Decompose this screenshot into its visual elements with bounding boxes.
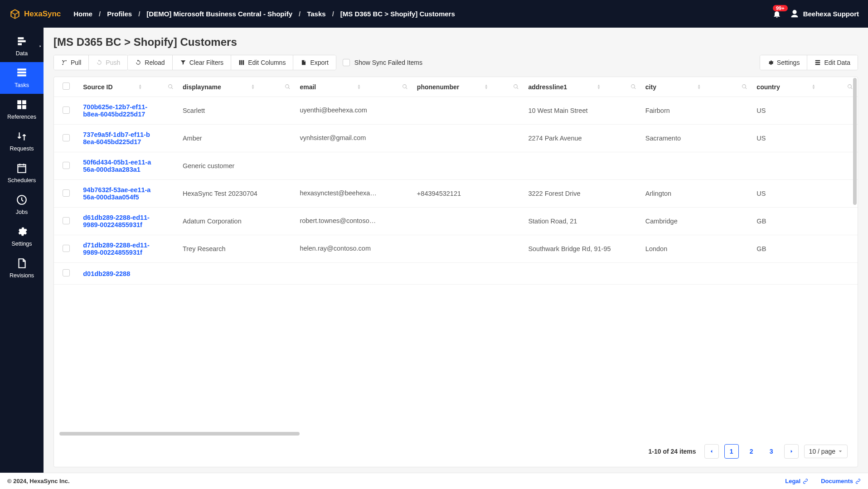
breadcrumb-tasks[interactable]: Tasks (307, 10, 325, 18)
cell-country: GB (752, 235, 858, 263)
row-checkbox[interactable] (63, 162, 70, 169)
next-page-button[interactable] (784, 444, 799, 459)
sort-icon[interactable]: ▲▼ (812, 84, 815, 90)
col-country[interactable]: country (756, 83, 780, 91)
cell-country: US (752, 125, 858, 152)
documents-link[interactable]: Documents (821, 478, 861, 484)
row-checkbox[interactable] (63, 269, 70, 276)
show-sync-failed-toggle[interactable]: Show Sync Failed Items (343, 59, 422, 66)
sidebar-item-schedulers[interactable]: Schedulers (0, 157, 44, 189)
source-id-link[interactable]: d01db289-2288 (83, 270, 130, 277)
prev-page-button[interactable] (704, 444, 719, 459)
breadcrumb-profiles[interactable]: Profiles (107, 10, 132, 18)
header: HexaSync Home / Profiles / [DEMO] Micros… (0, 0, 868, 28)
search-icon[interactable] (742, 84, 747, 90)
cell-displayname: Scarlett (178, 97, 295, 125)
row-checkbox[interactable] (63, 107, 70, 114)
table-row[interactable]: d01db289-2288 (54, 263, 858, 285)
cell-city: Fairborn (641, 97, 752, 125)
table-row[interactable]: 737e9a5f-1db7-ef11-b8ea-6045bd225d17 Amb… (54, 125, 858, 152)
breadcrumb-home[interactable]: Home (73, 10, 92, 18)
table-row[interactable]: 50f6d434-05b1-ee11-a56a-000d3aa283a1 Gen… (54, 152, 858, 180)
sort-icon[interactable]: ▲▼ (597, 84, 601, 90)
col-city[interactable]: city (645, 83, 656, 91)
cell-email: robert.townes@contoso.c… (295, 208, 412, 235)
sidebar-item-data[interactable]: Data (0, 30, 44, 62)
user-menu[interactable]: Beehexa Support (790, 9, 859, 19)
sidebar-item-requests[interactable]: Requests (0, 126, 44, 157)
search-icon[interactable] (168, 84, 174, 90)
reload-button[interactable]: Reload (128, 55, 172, 70)
table-row[interactable]: d71db289-2288-ed11-9989-00224855931f Tre… (54, 235, 858, 263)
page-3-button[interactable]: 3 (764, 444, 779, 459)
row-checkbox[interactable] (63, 217, 70, 224)
edit-columns-button[interactable]: Edit Columns (231, 55, 293, 70)
sidebar-item-references[interactable]: References (0, 94, 44, 126)
document-icon (15, 257, 28, 270)
breadcrumb-current[interactable]: [MS D365 BC > Shopify] Customers (340, 10, 455, 18)
sort-icon[interactable]: ▲▼ (138, 84, 142, 90)
breadcrumb-profile[interactable]: [DEMO] Microsoft Business Central - Shop… (146, 10, 292, 18)
search-icon[interactable] (402, 84, 408, 90)
search-icon[interactable] (513, 84, 519, 90)
cell-displayname: HexaSync Test 20230704 (178, 180, 295, 208)
page-1-button[interactable]: 1 (724, 444, 739, 459)
sidebar-item-jobs[interactable]: Jobs (0, 189, 44, 221)
table-row[interactable]: d61db289-2288-ed11-9989-00224855931f Ada… (54, 208, 858, 235)
sidebar-item-tasks[interactable]: Tasks (0, 62, 44, 94)
tasks-icon (15, 67, 28, 79)
select-all-checkbox[interactable] (63, 82, 70, 90)
source-id-link[interactable]: d71db289-2288-ed11-9989-00224855931f (83, 242, 151, 256)
search-icon[interactable] (285, 84, 291, 90)
horizontal-scrollbar[interactable] (59, 432, 300, 436)
source-id-link[interactable]: 50f6d434-05b1-ee11-a56a-000d3aa283a1 (83, 159, 151, 173)
logo[interactable]: HexaSync (9, 8, 61, 20)
sidebar-item-revisions[interactable]: Revisions (0, 252, 44, 284)
cell-email: uyenthi@beehexa.com (295, 97, 412, 125)
source-id-link[interactable]: d61db289-2288-ed11-9989-00224855931f (83, 214, 151, 228)
table-row[interactable]: 94b7632f-53ae-ee11-a56a-000d3aa054f5 Hex… (54, 180, 858, 208)
col-phonenumber[interactable]: phonenumber (417, 83, 459, 91)
sort-icon[interactable]: ▲▼ (357, 84, 361, 90)
col-email[interactable]: email (300, 83, 316, 91)
row-checkbox[interactable] (63, 134, 70, 141)
clear-filters-button[interactable]: Clear Filters (173, 55, 231, 70)
cell-city (641, 152, 752, 180)
logo-icon (9, 8, 21, 20)
edit-data-button[interactable]: Edit Data (807, 55, 858, 70)
export-button[interactable]: Export (293, 55, 335, 70)
sidebar-item-settings[interactable]: Settings (0, 221, 44, 252)
source-id-link[interactable]: 700b625e-12b7-ef11-b8ea-6045bd225d17 (83, 103, 151, 118)
col-addressline1[interactable]: addressline1 (528, 83, 567, 91)
pull-button[interactable]: Pull (54, 55, 89, 70)
settings-button[interactable]: Settings (760, 55, 808, 70)
col-displayname[interactable]: displayname (183, 83, 221, 91)
logo-text: HexaSync (24, 10, 61, 19)
sort-icon[interactable]: ▲▼ (485, 84, 488, 90)
cell-phonenumber: +84394532121 (412, 180, 524, 208)
sort-icon[interactable]: ▲▼ (251, 84, 255, 90)
source-id-link[interactable]: 737e9a5f-1db7-ef11-b8ea-6045bd225d17 (83, 131, 151, 145)
cell-phonenumber (412, 235, 524, 263)
page-2-button[interactable]: 2 (744, 444, 759, 459)
legal-link[interactable]: Legal (785, 478, 808, 484)
cell-email (295, 152, 412, 180)
search-icon[interactable] (630, 84, 636, 90)
vertical-scrollbar[interactable] (853, 78, 857, 205)
col-source-id[interactable]: Source ID (83, 83, 112, 91)
row-checkbox[interactable] (63, 189, 70, 197)
cell-phonenumber (412, 125, 524, 152)
cell-country: GB (752, 208, 858, 235)
edit-icon (815, 59, 821, 66)
sort-icon[interactable]: ▲▼ (697, 84, 701, 90)
table-row[interactable]: 700b625e-12b7-ef11-b8ea-6045bd225d17 Sca… (54, 97, 858, 125)
page-size-select[interactable]: 10 / page (804, 445, 848, 458)
cell-displayname: Generic customer (178, 152, 295, 180)
source-id-link[interactable]: 94b7632f-53ae-ee11-a56a-000d3aa054f5 (83, 186, 151, 201)
row-checkbox[interactable] (63, 245, 70, 252)
notification-bell[interactable]: 99+ (772, 10, 781, 19)
search-icon[interactable] (847, 84, 853, 90)
chevron-left-icon (709, 449, 714, 454)
cell-email: helen.ray@contoso.com (295, 235, 412, 263)
user-name: Beehexa Support (803, 10, 859, 18)
